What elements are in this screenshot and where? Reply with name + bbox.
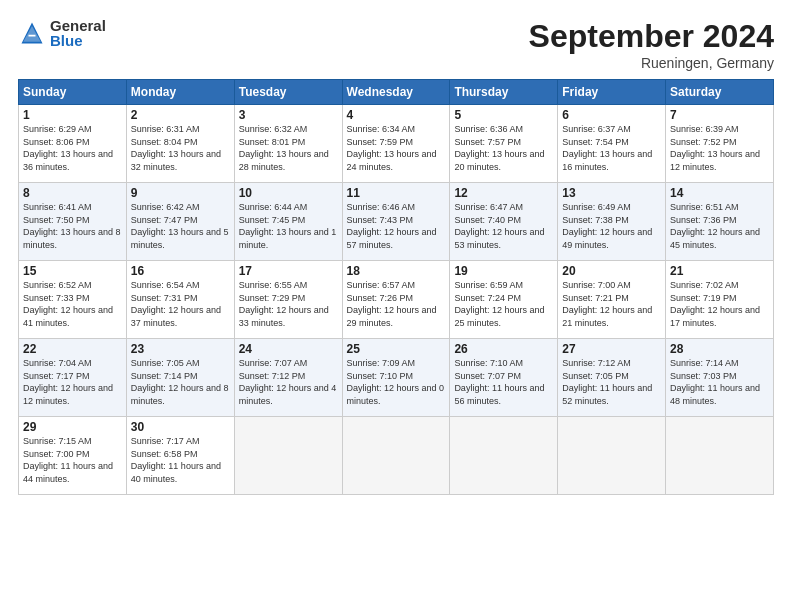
day-number: 14 [670, 186, 769, 200]
logo-text: General Blue [50, 18, 106, 48]
table-row: 29 Sunrise: 7:15 AMSunset: 7:00 PMDaylig… [19, 417, 774, 495]
day-number: 20 [562, 264, 661, 278]
day-number: 16 [131, 264, 230, 278]
table-cell: 28 Sunrise: 7:14 AMSunset: 7:03 PMDaylig… [666, 339, 774, 417]
table-cell: 2 Sunrise: 6:31 AMSunset: 8:04 PMDayligh… [126, 105, 234, 183]
day-info: Sunrise: 6:41 AMSunset: 7:50 PMDaylight:… [23, 201, 122, 251]
day-number: 28 [670, 342, 769, 356]
table-cell: 12 Sunrise: 6:47 AMSunset: 7:40 PMDaylig… [450, 183, 558, 261]
day-number: 19 [454, 264, 553, 278]
col-saturday: Saturday [666, 80, 774, 105]
title-section: September 2024 Rueningen, Germany [529, 18, 774, 71]
day-number: 13 [562, 186, 661, 200]
day-info: Sunrise: 6:46 AMSunset: 7:43 PMDaylight:… [347, 201, 446, 251]
table-cell: 26 Sunrise: 7:10 AMSunset: 7:07 PMDaylig… [450, 339, 558, 417]
day-number: 22 [23, 342, 122, 356]
day-number: 15 [23, 264, 122, 278]
table-cell: 7 Sunrise: 6:39 AMSunset: 7:52 PMDayligh… [666, 105, 774, 183]
day-info: Sunrise: 7:04 AMSunset: 7:17 PMDaylight:… [23, 357, 122, 407]
logo-blue-text: Blue [50, 33, 106, 48]
svg-rect-2 [29, 35, 36, 37]
day-info: Sunrise: 6:57 AMSunset: 7:26 PMDaylight:… [347, 279, 446, 329]
location: Rueningen, Germany [529, 55, 774, 71]
col-wednesday: Wednesday [342, 80, 450, 105]
day-number: 3 [239, 108, 338, 122]
month-title: September 2024 [529, 18, 774, 55]
day-number: 2 [131, 108, 230, 122]
day-info: Sunrise: 7:12 AMSunset: 7:05 PMDaylight:… [562, 357, 661, 407]
day-info: Sunrise: 6:47 AMSunset: 7:40 PMDaylight:… [454, 201, 553, 251]
day-number: 26 [454, 342, 553, 356]
table-cell: 21 Sunrise: 7:02 AMSunset: 7:19 PMDaylig… [666, 261, 774, 339]
table-row: 8 Sunrise: 6:41 AMSunset: 7:50 PMDayligh… [19, 183, 774, 261]
table-cell: 19 Sunrise: 6:59 AMSunset: 7:24 PMDaylig… [450, 261, 558, 339]
calendar-table: Sunday Monday Tuesday Wednesday Thursday… [18, 79, 774, 495]
table-cell: 23 Sunrise: 7:05 AMSunset: 7:14 PMDaylig… [126, 339, 234, 417]
day-info: Sunrise: 7:14 AMSunset: 7:03 PMDaylight:… [670, 357, 769, 407]
table-cell: 25 Sunrise: 7:09 AMSunset: 7:10 PMDaylig… [342, 339, 450, 417]
day-info: Sunrise: 6:44 AMSunset: 7:45 PMDaylight:… [239, 201, 338, 251]
table-cell: 9 Sunrise: 6:42 AMSunset: 7:47 PMDayligh… [126, 183, 234, 261]
header: General Blue September 2024 Rueningen, G… [18, 18, 774, 71]
day-info: Sunrise: 6:52 AMSunset: 7:33 PMDaylight:… [23, 279, 122, 329]
table-cell: 4 Sunrise: 6:34 AMSunset: 7:59 PMDayligh… [342, 105, 450, 183]
day-info: Sunrise: 7:05 AMSunset: 7:14 PMDaylight:… [131, 357, 230, 407]
table-cell: 11 Sunrise: 6:46 AMSunset: 7:43 PMDaylig… [342, 183, 450, 261]
table-cell [342, 417, 450, 495]
day-info: Sunrise: 6:36 AMSunset: 7:57 PMDaylight:… [454, 123, 553, 173]
table-cell: 24 Sunrise: 7:07 AMSunset: 7:12 PMDaylig… [234, 339, 342, 417]
table-cell: 13 Sunrise: 6:49 AMSunset: 7:38 PMDaylig… [558, 183, 666, 261]
day-number: 8 [23, 186, 122, 200]
day-number: 12 [454, 186, 553, 200]
day-info: Sunrise: 6:59 AMSunset: 7:24 PMDaylight:… [454, 279, 553, 329]
table-cell: 22 Sunrise: 7:04 AMSunset: 7:17 PMDaylig… [19, 339, 127, 417]
table-cell [666, 417, 774, 495]
day-info: Sunrise: 6:49 AMSunset: 7:38 PMDaylight:… [562, 201, 661, 251]
day-number: 30 [131, 420, 230, 434]
col-monday: Monday [126, 80, 234, 105]
col-tuesday: Tuesday [234, 80, 342, 105]
table-row: 22 Sunrise: 7:04 AMSunset: 7:17 PMDaylig… [19, 339, 774, 417]
day-number: 29 [23, 420, 122, 434]
day-info: Sunrise: 7:17 AMSunset: 6:58 PMDaylight:… [131, 435, 230, 485]
table-cell: 16 Sunrise: 6:54 AMSunset: 7:31 PMDaylig… [126, 261, 234, 339]
day-info: Sunrise: 7:09 AMSunset: 7:10 PMDaylight:… [347, 357, 446, 407]
day-number: 23 [131, 342, 230, 356]
table-cell: 17 Sunrise: 6:55 AMSunset: 7:29 PMDaylig… [234, 261, 342, 339]
day-number: 24 [239, 342, 338, 356]
logo-general-text: General [50, 18, 106, 33]
logo-icon [18, 19, 46, 47]
table-cell: 5 Sunrise: 6:36 AMSunset: 7:57 PMDayligh… [450, 105, 558, 183]
table-cell: 27 Sunrise: 7:12 AMSunset: 7:05 PMDaylig… [558, 339, 666, 417]
day-info: Sunrise: 6:42 AMSunset: 7:47 PMDaylight:… [131, 201, 230, 251]
table-cell: 29 Sunrise: 7:15 AMSunset: 7:00 PMDaylig… [19, 417, 127, 495]
day-info: Sunrise: 7:10 AMSunset: 7:07 PMDaylight:… [454, 357, 553, 407]
col-friday: Friday [558, 80, 666, 105]
day-number: 18 [347, 264, 446, 278]
day-number: 6 [562, 108, 661, 122]
table-cell: 1 Sunrise: 6:29 AMSunset: 8:06 PMDayligh… [19, 105, 127, 183]
day-number: 1 [23, 108, 122, 122]
day-info: Sunrise: 6:55 AMSunset: 7:29 PMDaylight:… [239, 279, 338, 329]
day-number: 4 [347, 108, 446, 122]
logo: General Blue [18, 18, 106, 48]
day-info: Sunrise: 7:00 AMSunset: 7:21 PMDaylight:… [562, 279, 661, 329]
table-cell: 6 Sunrise: 6:37 AMSunset: 7:54 PMDayligh… [558, 105, 666, 183]
day-info: Sunrise: 6:31 AMSunset: 8:04 PMDaylight:… [131, 123, 230, 173]
table-cell [450, 417, 558, 495]
table-cell: 3 Sunrise: 6:32 AMSunset: 8:01 PMDayligh… [234, 105, 342, 183]
day-info: Sunrise: 6:51 AMSunset: 7:36 PMDaylight:… [670, 201, 769, 251]
table-cell: 15 Sunrise: 6:52 AMSunset: 7:33 PMDaylig… [19, 261, 127, 339]
day-number: 25 [347, 342, 446, 356]
day-number: 9 [131, 186, 230, 200]
table-cell: 18 Sunrise: 6:57 AMSunset: 7:26 PMDaylig… [342, 261, 450, 339]
table-cell: 8 Sunrise: 6:41 AMSunset: 7:50 PMDayligh… [19, 183, 127, 261]
day-info: Sunrise: 7:07 AMSunset: 7:12 PMDaylight:… [239, 357, 338, 407]
day-number: 21 [670, 264, 769, 278]
day-info: Sunrise: 6:34 AMSunset: 7:59 PMDaylight:… [347, 123, 446, 173]
col-sunday: Sunday [19, 80, 127, 105]
svg-marker-1 [23, 26, 41, 42]
page: General Blue September 2024 Rueningen, G… [0, 0, 792, 612]
table-cell [234, 417, 342, 495]
day-number: 5 [454, 108, 553, 122]
